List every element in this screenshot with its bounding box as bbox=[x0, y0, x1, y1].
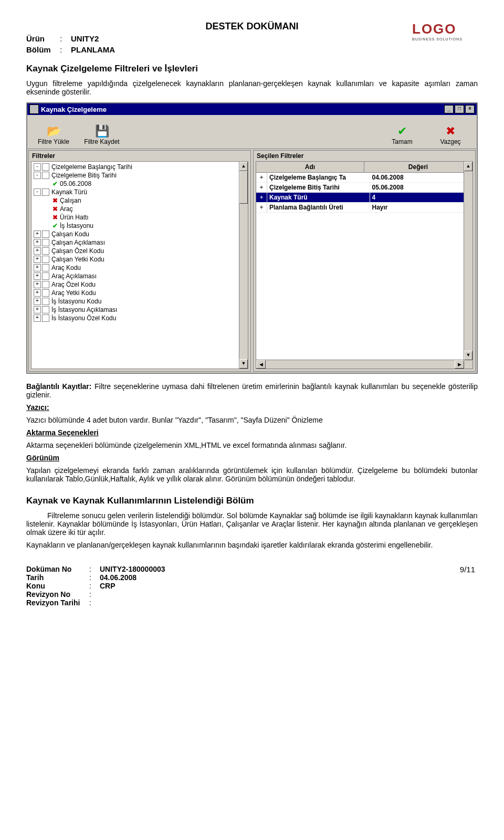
tree-item-label: İş İstasyonu Açıklaması bbox=[51, 306, 117, 313]
grid-header: Adı Değeri bbox=[256, 162, 472, 173]
export-heading: Aktarma Seçenekleri bbox=[26, 428, 478, 437]
app-window: Kaynak Çizelgeleme _ □ × 📂 Filtre Yükle … bbox=[26, 102, 478, 374]
tree-item[interactable]: +Araç Özel Kodu bbox=[33, 280, 247, 289]
expand-icon[interactable]: + bbox=[34, 314, 41, 322]
close-button[interactable]: × bbox=[465, 105, 475, 113]
grid-cell-value: 4 bbox=[370, 193, 473, 203]
tree-item-label: İs İstasyonu Özel Kodu bbox=[51, 314, 116, 322]
scroll-left-icon[interactable]: ◀ bbox=[256, 360, 266, 369]
cancel-button[interactable]: ✖ Vazgeç bbox=[426, 117, 475, 146]
grid-row[interactable]: +Kaynak Türü4 bbox=[256, 193, 472, 203]
collapse-icon[interactable]: - bbox=[34, 163, 41, 171]
grid-row[interactable]: +Planlama Bağlantılı ÜretiHayır bbox=[256, 203, 472, 213]
grid-cell-name: Çizelgeleme Başlangıç Ta bbox=[267, 173, 370, 183]
scroll-thumb[interactable] bbox=[239, 171, 248, 204]
check-icon: ✔ bbox=[52, 222, 58, 229]
grid-row[interactable]: +Çizelgeleme Bitiş Tarihi05.06.2008 bbox=[256, 183, 472, 193]
expand-icon[interactable]: + bbox=[34, 239, 41, 246]
section-label: Bölüm bbox=[26, 45, 58, 54]
collapse-icon[interactable]: - bbox=[34, 188, 41, 196]
doc-title: DESTEK DOKÜMANI bbox=[26, 21, 478, 32]
scroll-right-icon[interactable]: ▶ bbox=[455, 360, 464, 369]
expand-icon[interactable]: + bbox=[34, 247, 41, 255]
scroll-down-icon[interactable]: ▼ bbox=[239, 359, 248, 369]
tree-item-label: Çizelgeleme Başlangıç Tarihi bbox=[51, 163, 132, 171]
tree-item-label: Çalışan Kodu bbox=[51, 230, 89, 238]
header-section-line: Bölüm : PLANLAMA bbox=[26, 45, 478, 54]
expand-icon[interactable]: + bbox=[34, 298, 41, 305]
linked-records-paragraph: Bağlantılı Kayıtlar: Filtre seçeneklerin… bbox=[26, 382, 478, 399]
expand-icon[interactable]: + bbox=[256, 203, 267, 213]
node-box-icon bbox=[42, 314, 49, 322]
node-box-icon bbox=[42, 306, 49, 313]
tree-item-label: Araç Açıklaması bbox=[51, 272, 97, 280]
expand-icon[interactable]: + bbox=[256, 193, 267, 203]
scroll-up-icon[interactable]: ▲ bbox=[464, 162, 472, 171]
tree-item[interactable]: ✔05.06.2008 bbox=[33, 180, 247, 188]
tree-item-label: İş İstasyonu bbox=[60, 222, 93, 229]
filters-tree[interactable]: -Çizelgeleme Başlangıç Tarihi-Çizelgelem… bbox=[31, 161, 248, 369]
expand-icon[interactable]: + bbox=[34, 289, 41, 297]
tree-item[interactable]: ✔İş İstasyonu bbox=[33, 222, 247, 230]
tree-item[interactable]: -Çizelgeleme Bitiş Tarihi bbox=[33, 171, 247, 180]
tree-item[interactable]: ✖Çalışan bbox=[33, 196, 247, 205]
tree-item-label: Araç Kodu bbox=[51, 264, 81, 271]
scroll-down-icon[interactable]: ▼ bbox=[464, 351, 472, 360]
expand-icon[interactable]: + bbox=[34, 281, 41, 288]
horizontal-scrollbar[interactable]: ◀ ▶ bbox=[256, 360, 464, 369]
tree-item[interactable]: -Çizelgeleme Başlangıç Tarihi bbox=[33, 163, 247, 171]
expand-icon[interactable]: + bbox=[34, 306, 41, 313]
expand-icon[interactable]: + bbox=[34, 264, 41, 271]
tree-item[interactable]: +İs İstasyonu Özel Kodu bbox=[33, 314, 247, 322]
grid-col-value: Değeri bbox=[364, 162, 472, 172]
expand-icon[interactable]: + bbox=[256, 173, 267, 183]
logo: LOGO BUSINESS SOLUTIONS bbox=[412, 21, 475, 41]
tree-item[interactable]: +Araç Yetki Kodu bbox=[33, 289, 247, 297]
date-value: 04.06.2008 bbox=[100, 573, 136, 582]
filter-load-button[interactable]: 📂 Filtre Yükle bbox=[29, 117, 78, 146]
tree-item-label: Araç bbox=[60, 205, 73, 213]
tree-item[interactable]: -Kaynak Türü bbox=[33, 188, 247, 196]
product-value: UNITY2 bbox=[71, 34, 99, 43]
docno-value: UNITY2-180000003 bbox=[100, 565, 165, 573]
tree-item[interactable]: +Çalışan Yetki Kodu bbox=[33, 255, 247, 264]
docno-label: Doküman No bbox=[26, 565, 89, 573]
tree-item[interactable]: +İş İstasyonu Kodu bbox=[33, 297, 247, 306]
tree-item[interactable]: +Araç Kodu bbox=[33, 264, 247, 272]
collapse-icon[interactable]: - bbox=[34, 172, 41, 179]
tree-item[interactable]: +Çalışan Kodu bbox=[33, 230, 247, 238]
tree-item[interactable]: ✖Araç bbox=[33, 205, 247, 213]
tree-item[interactable]: +Çalışan Özel Kodu bbox=[33, 247, 247, 255]
tree-item[interactable]: +İş İstasyonu Açıklaması bbox=[33, 306, 247, 314]
node-box-icon bbox=[42, 289, 49, 297]
scroll-up-icon[interactable]: ▲ bbox=[239, 162, 248, 171]
cancel-icon: ✖ bbox=[446, 124, 455, 138]
app-icon bbox=[29, 104, 39, 114]
vertical-scrollbar[interactable]: ▲ ▼ bbox=[239, 162, 248, 369]
titlebar: Kaynak Çizelgeleme _ □ × bbox=[27, 103, 477, 115]
tree-item[interactable]: +Araç Açıklaması bbox=[33, 272, 247, 280]
grid-cell-name: Planlama Bağlantılı Üreti bbox=[267, 203, 370, 213]
node-box-icon bbox=[42, 298, 49, 305]
printer-text: Yazıcı bölümünde 4 adet buton vardır. Bu… bbox=[26, 416, 478, 424]
node-box-icon bbox=[42, 188, 49, 196]
tree-item[interactable]: +Çalışan Açıklaması bbox=[33, 238, 247, 247]
subject-value: CRP bbox=[100, 582, 116, 590]
vertical-scrollbar[interactable]: ▲ ▼ bbox=[464, 162, 472, 369]
expand-icon[interactable]: + bbox=[34, 272, 41, 280]
selected-filters-grid[interactable]: Adı Değeri +Çizelgeleme Başlangıç Ta04.0… bbox=[256, 161, 473, 369]
expand-icon[interactable]: + bbox=[34, 256, 41, 263]
tree-item[interactable]: ✖Ürün Hattı bbox=[33, 213, 247, 222]
footer: 9/11 Doküman No:UNITY2-180000003 Tarih:0… bbox=[26, 565, 478, 607]
maximize-button[interactable]: □ bbox=[455, 105, 464, 113]
filter-load-label: Filtre Yükle bbox=[38, 138, 69, 145]
expand-icon[interactable]: + bbox=[34, 230, 41, 238]
grid-row[interactable]: +Çizelgeleme Başlangıç Ta04.06.2008 bbox=[256, 173, 472, 183]
minimize-button[interactable]: _ bbox=[444, 105, 454, 113]
section-heading-resources: Kaynak ve Kaynak Kullanımlarının Listele… bbox=[26, 496, 478, 506]
filter-save-button[interactable]: 💾 Filtre Kaydet bbox=[78, 117, 126, 146]
tree-item-label: Kaynak Türü bbox=[51, 188, 87, 196]
expand-icon[interactable]: + bbox=[256, 183, 267, 193]
ok-button[interactable]: ✔ Tamam bbox=[378, 117, 426, 146]
tree-item-label: Ürün Hattı bbox=[60, 214, 89, 221]
